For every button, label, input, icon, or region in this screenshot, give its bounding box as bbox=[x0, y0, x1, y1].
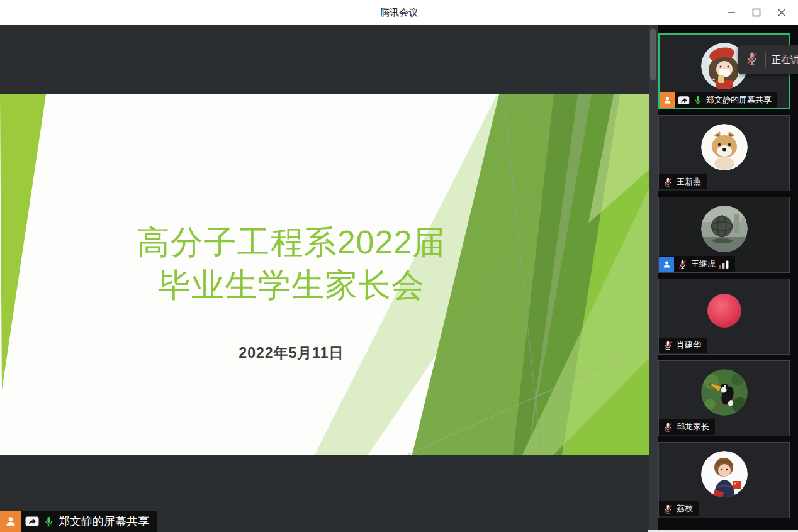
member-badge-icon bbox=[659, 257, 674, 272]
participant-name: 邱龙家长 bbox=[677, 421, 709, 433]
participant-name: 王继虎 bbox=[691, 258, 716, 270]
mic-muted-icon bbox=[677, 259, 688, 270]
speaking-indicator-text: 正在讲 bbox=[772, 54, 798, 66]
participant-name: 郑文静的屏幕共享 bbox=[706, 94, 772, 106]
mic-on-icon bbox=[693, 95, 703, 105]
participant-namebar: 邱龙家长 bbox=[659, 419, 715, 435]
slide-title: 高分子工程系2022届 毕业生学生家长会 bbox=[0, 221, 583, 306]
presentation-slide: 高分子工程系2022届 毕业生学生家长会 2022年5月11日 bbox=[0, 94, 649, 455]
minimize-button[interactable] bbox=[719, 0, 744, 25]
participant-tile-qiulongjiazhang[interactable]: 邱龙家长 bbox=[658, 360, 790, 436]
mic-muted-icon bbox=[663, 504, 673, 514]
host-badge-icon bbox=[0, 511, 21, 532]
participant-namebar: 王新燕 bbox=[659, 174, 707, 189]
mic-muted-icon bbox=[745, 51, 760, 69]
maximize-button[interactable] bbox=[744, 0, 769, 25]
participant-tile-zhengwenjing[interactable]: 正在讲 郑文静的屏幕共享 bbox=[658, 33, 790, 109]
participant-namebar: 肖建华 bbox=[659, 338, 707, 353]
participant-name: 荔枝 bbox=[677, 503, 693, 514]
avatar bbox=[701, 124, 748, 170]
titlebar: 腾讯会议 bbox=[0, 0, 798, 25]
mic-muted-icon bbox=[663, 177, 673, 187]
sidebar-scrollbar bbox=[649, 25, 658, 532]
app-window: 腾讯会议 bbox=[0, 0, 798, 532]
slide-title-line2: 毕业生学生家长会 bbox=[0, 264, 583, 307]
close-button[interactable] bbox=[769, 0, 794, 25]
participants-sidebar: 正在讲 郑文静的屏幕共享 bbox=[658, 25, 798, 532]
slide-title-line1: 高分子工程系2022届 bbox=[0, 221, 583, 264]
avatar bbox=[701, 287, 748, 334]
mic-muted-icon bbox=[663, 422, 673, 433]
avatar bbox=[701, 206, 748, 252]
network-signal-icon bbox=[719, 260, 729, 269]
screen-share-banner: 郑文静的屏幕共享 bbox=[0, 511, 157, 532]
window-title: 腾讯会议 bbox=[380, 0, 418, 25]
participant-namebar: 王继虎 bbox=[659, 256, 735, 272]
speaking-indicator-tooltip: 正在讲 bbox=[738, 45, 798, 74]
tooltip-divider bbox=[765, 52, 766, 68]
window-controls bbox=[719, 0, 794, 25]
slide-date: 2022年5月11日 bbox=[0, 343, 583, 363]
participant-namebar: 郑文静的屏幕共享 bbox=[660, 92, 777, 108]
avatar bbox=[701, 369, 748, 416]
mic-on-icon bbox=[43, 516, 55, 528]
participant-namebar: 荔枝 bbox=[659, 501, 699, 516]
host-badge-icon bbox=[660, 92, 675, 108]
participant-name: 王新燕 bbox=[677, 176, 701, 187]
screen-share-icon bbox=[25, 516, 39, 527]
participant-tile-wangxinyan[interactable]: 王新燕 bbox=[658, 115, 790, 191]
participant-tile-lizhi[interactable]: 荔枝 bbox=[658, 442, 790, 518]
screen-share-icon bbox=[678, 96, 690, 105]
sidebar-scrollbar-thumb[interactable] bbox=[650, 29, 656, 80]
participant-tile-xiaojianhua[interactable]: 肖建华 bbox=[658, 279, 790, 355]
screen-share-banner-label: 郑文静的屏幕共享 bbox=[59, 514, 149, 529]
participant-tile-wangjihu[interactable]: 王继虎 bbox=[658, 197, 790, 273]
mic-muted-icon bbox=[663, 340, 673, 351]
participant-name: 肖建华 bbox=[677, 340, 701, 351]
avatar bbox=[701, 451, 748, 497]
shared-screen-area: 高分子工程系2022届 毕业生学生家长会 2022年5月11日 郑文静的屏幕共享 bbox=[0, 25, 649, 532]
